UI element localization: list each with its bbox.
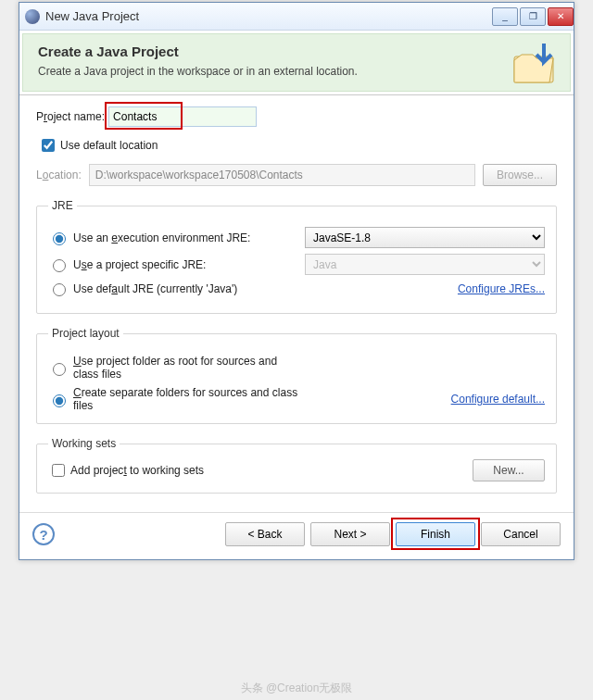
header-subtitle: Create a Java project in the workspace o… (38, 65, 555, 78)
jre-project-specific-label: Use a project specific JRE: (73, 258, 305, 271)
watermark-text: 头条 @Creation无极限 (0, 681, 593, 696)
add-to-working-sets-label: Add project to working sets (70, 464, 204, 477)
jre-default-radio[interactable] (53, 283, 66, 296)
dialog-header: Create a Java Project Create a Java proj… (19, 33, 574, 95)
location-input (89, 164, 475, 186)
dialog-content: Project name: Use default location Locat… (19, 95, 574, 506)
dialog-footer: ? < Back Next > Finish Cancel (19, 512, 574, 559)
configure-jres-link[interactable]: Configure JREs... (458, 282, 545, 295)
window-title: New Java Project (45, 9, 139, 23)
new-working-set-button[interactable]: New... (473, 459, 545, 481)
titlebar: New Java Project _ ❐ ✕ (19, 3, 574, 31)
jre-legend: JRE (48, 199, 77, 212)
dialog-window: New Java Project _ ❐ ✕ Create a Java Pro… (19, 2, 574, 560)
jre-project-specific-select: Java (305, 254, 545, 275)
header-title: Create a Java Project (38, 44, 555, 59)
finish-button[interactable]: Finish (396, 522, 475, 546)
use-default-location-label: Use default location (60, 139, 158, 152)
project-folder-icon (509, 42, 561, 88)
working-sets-legend: Working sets (48, 437, 120, 450)
cancel-button[interactable]: Cancel (481, 522, 561, 546)
help-icon[interactable]: ? (32, 523, 55, 545)
layout-single-folder-label: Use project folder as root for sources a… (73, 355, 305, 381)
minimize-button[interactable]: _ (492, 7, 518, 26)
project-name-label: Project name: (36, 110, 105, 123)
working-sets-group: Working sets Add project to working sets… (36, 437, 557, 494)
jre-group: JRE Use an execution environment JRE: Ja… (36, 199, 557, 314)
maximize-button[interactable]: ❐ (520, 7, 546, 26)
jre-execution-env-label: Use an execution environment JRE: (73, 231, 305, 244)
configure-default-link[interactable]: Configure default... (451, 393, 545, 406)
layout-single-folder-radio[interactable] (53, 363, 66, 376)
location-label: Location: (36, 169, 82, 181)
browse-button: Browse... (483, 164, 557, 186)
jre-execution-env-select[interactable]: JavaSE-1.8 (305, 227, 545, 248)
layout-separate-folders-radio[interactable] (53, 394, 66, 407)
project-layout-group: Project layout Use project folder as roo… (36, 327, 557, 424)
jre-execution-env-radio[interactable] (53, 232, 66, 245)
use-default-location-checkbox[interactable] (42, 139, 55, 152)
close-button[interactable]: ✕ (548, 7, 574, 26)
jre-project-specific-radio[interactable] (53, 259, 66, 272)
layout-separate-folders-label: Create separate folders for sources and … (73, 386, 305, 412)
add-to-working-sets-checkbox[interactable] (52, 464, 65, 477)
jre-default-label: Use default JRE (currently 'Java') (73, 282, 305, 295)
project-layout-legend: Project layout (48, 327, 123, 340)
back-button[interactable]: < Back (225, 522, 305, 546)
eclipse-icon (25, 9, 40, 24)
next-button[interactable]: Next > (310, 522, 390, 546)
project-name-input[interactable] (108, 106, 257, 127)
